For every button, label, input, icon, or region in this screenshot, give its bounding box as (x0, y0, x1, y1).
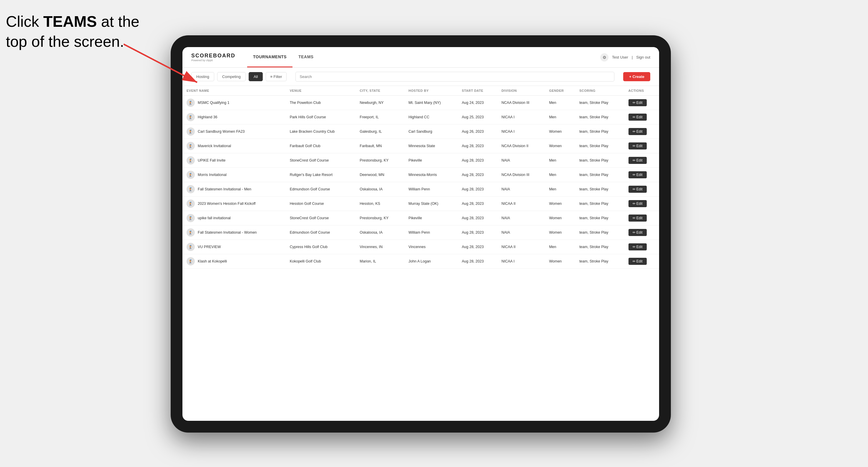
event-name-text: MSMC Qualifying 1 (198, 101, 229, 105)
table-row: 🏌️ Fall Statesmen Invitational - Women E… (182, 225, 659, 240)
cell-actions: ✏ Edit (624, 124, 659, 139)
table-row: 🏌️ Highland 36 Park Hills Golf Course Fr… (182, 110, 659, 124)
col-gender: GENDER (545, 86, 575, 96)
cell-scoring: team, Stroke Play (575, 139, 624, 153)
filter-icon-btn[interactable]: ≡ Filter (266, 72, 286, 81)
cell-actions: ✏ Edit (624, 96, 659, 110)
cell-gender: Women (545, 196, 575, 211)
event-icon: 🏌️ (187, 228, 195, 237)
col-city-state: CITY, STATE (356, 86, 405, 96)
cell-venue: Hesston Golf Course (286, 196, 356, 211)
cell-event-name: 🏌️ upike fall invitational (182, 211, 286, 225)
event-icon: 🏌️ (187, 99, 195, 107)
edit-button[interactable]: ✏ Edit (628, 200, 647, 207)
cell-host: Carl Sandburg (404, 124, 458, 139)
cell-event-name: 🏌️ Fall Statesmen Invitational - Women (182, 225, 286, 240)
cell-gender: Women (545, 254, 575, 269)
table-row: 🏌️ 2023 Women's Hesston Fall Kickoff Hes… (182, 196, 659, 211)
cell-venue: The Powelton Club (286, 96, 356, 110)
edit-button[interactable]: ✏ Edit (628, 171, 647, 178)
cell-division: NCAA Division III (497, 168, 545, 182)
edit-button[interactable]: ✏ Edit (628, 258, 647, 265)
table-row: 🏌️ UPIKE Fall Invite StoneCrest Golf Cou… (182, 153, 659, 168)
toolbar: Hosting Competing All ≡ Filter + Create (182, 68, 659, 86)
hosting-filter-btn[interactable]: Hosting (191, 72, 214, 81)
edit-button[interactable]: ✏ Edit (628, 143, 647, 150)
cell-actions: ✏ Edit (624, 110, 659, 124)
cell-actions: ✏ Edit (624, 240, 659, 254)
table-container: EVENT NAME VENUE CITY, STATE HOSTED BY S… (182, 86, 659, 421)
cell-venue: Cypress Hills Golf Club (286, 240, 356, 254)
logo-area: SCOREBOARD Powered by clippit (191, 53, 236, 62)
edit-button[interactable]: ✏ Edit (628, 99, 647, 106)
cell-actions: ✏ Edit (624, 225, 659, 240)
cell-city: Hesston, KS (356, 196, 405, 211)
edit-button[interactable]: ✏ Edit (628, 128, 647, 135)
table-row: 🏌️ Carl Sandburg Women FA23 Lake Bracken… (182, 124, 659, 139)
event-name-text: 2023 Women's Hesston Fall Kickoff (198, 201, 255, 206)
cell-city: Deerwood, MN (356, 168, 405, 182)
cell-date: Aug 28, 2023 (458, 196, 498, 211)
cell-scoring: team, Stroke Play (575, 182, 624, 196)
cell-city: Oskaloosa, IA (356, 182, 405, 196)
cell-host: Minnesota State (404, 139, 458, 153)
cell-scoring: team, Stroke Play (575, 225, 624, 240)
cell-gender: Men (545, 240, 575, 254)
cell-division: NAIA (497, 211, 545, 225)
cell-venue: Park Hills Golf Course (286, 110, 356, 124)
cell-date: Aug 28, 2023 (458, 211, 498, 225)
col-scoring: SCORING (575, 86, 624, 96)
table-row: 🏌️ Klash at Kokopelli Kokopelli Golf Clu… (182, 254, 659, 269)
cell-division: NCAA Division II (497, 139, 545, 153)
edit-button[interactable]: ✏ Edit (628, 114, 647, 121)
edit-button[interactable]: ✏ Edit (628, 229, 647, 236)
create-button[interactable]: + Create (623, 72, 650, 81)
cell-event-name: 🏌️ Morris Invitational (182, 168, 286, 182)
logo-subtitle: Powered by clippit (191, 59, 236, 62)
cell-host: John A Logan (404, 254, 458, 269)
cell-gender: Women (545, 124, 575, 139)
cell-division: NICAA II (497, 196, 545, 211)
cell-gender: Men (545, 182, 575, 196)
event-icon: 🏌️ (187, 214, 195, 222)
edit-button[interactable]: ✏ Edit (628, 157, 647, 164)
sign-out-link[interactable]: Sign out (636, 55, 650, 59)
all-filter-btn[interactable]: All (249, 72, 263, 81)
cell-gender: Men (545, 96, 575, 110)
edit-button[interactable]: ✏ Edit (628, 186, 647, 193)
cell-division: NAIA (497, 182, 545, 196)
cell-host: William Penn (404, 225, 458, 240)
cell-city: Prestonsburg, KY (356, 153, 405, 168)
col-event-name: EVENT NAME (182, 86, 286, 96)
event-icon: 🏌️ (187, 127, 195, 136)
search-input[interactable] (296, 72, 615, 82)
cell-scoring: team, Stroke Play (575, 153, 624, 168)
edit-button[interactable]: ✏ Edit (628, 215, 647, 222)
cell-host: Highland CC (404, 110, 458, 124)
cell-event-name: 🏌️ Carl Sandburg Women FA23 (182, 124, 286, 139)
event-icon: 🏌️ (187, 257, 195, 266)
cell-scoring: team, Stroke Play (575, 211, 624, 225)
cell-actions: ✏ Edit (624, 254, 659, 269)
cell-actions: ✏ Edit (624, 168, 659, 182)
event-name-text: Highland 36 (198, 115, 217, 119)
cell-host: Pikeville (404, 153, 458, 168)
event-icon: 🏌️ (187, 113, 195, 121)
table-row: 🏌️ Fall Statesmen Invitational - Men Edm… (182, 182, 659, 196)
competing-filter-btn[interactable]: Competing (217, 72, 246, 81)
tab-teams[interactable]: TEAMS (292, 47, 319, 67)
col-venue: VENUE (286, 86, 356, 96)
edit-button[interactable]: ✏ Edit (628, 243, 647, 250)
tab-tournaments[interactable]: TOURNAMENTS (247, 47, 292, 67)
settings-icon[interactable]: ⚙ (600, 53, 609, 62)
event-name-text: VU PREVIEW (198, 245, 221, 249)
event-icon: 🏌️ (187, 171, 195, 179)
col-division: DIVISION (497, 86, 545, 96)
event-icon: 🏌️ (187, 142, 195, 150)
cell-city: Freeport, IL (356, 110, 405, 124)
col-actions: ACTIONS (624, 86, 659, 96)
cell-venue: StoneCrest Golf Course (286, 211, 356, 225)
tablet-frame: SCOREBOARD Powered by clippit TOURNAMENT… (170, 35, 671, 433)
cell-date: Aug 28, 2023 (458, 153, 498, 168)
cell-gender: Men (545, 153, 575, 168)
